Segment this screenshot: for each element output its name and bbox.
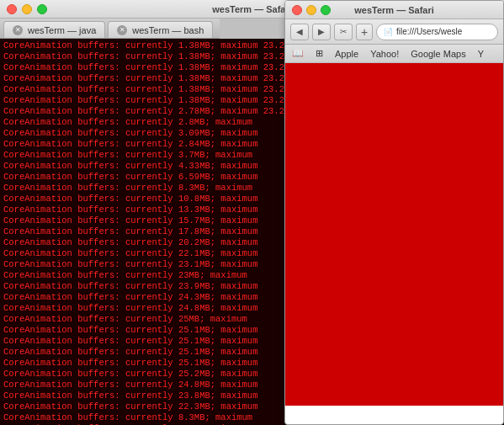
safari-window-title: wesTerm — Safari (354, 5, 434, 15)
snip-icon: ✂ (340, 27, 347, 36)
terminal-line: CoreAnimation buffers: currently 24.3MB;… (3, 292, 287, 303)
address-text: file:///Users/wesle (396, 27, 462, 36)
plus-icon: + (361, 25, 368, 39)
terminal-line: CoreAnimation buffers: currently 22.3MB;… (3, 401, 287, 412)
terminal-line: CoreAnimation buffers: currently 24.8MB;… (3, 303, 287, 314)
tab-bash[interactable]: ✕ wesTerm — bash (108, 21, 213, 38)
terminal-line: CoreAnimation buffers: currently 8.3MB; … (3, 412, 287, 423)
terminal-line: CoreAnimation buffers: currently 8.3MB; … (3, 183, 287, 194)
terminal-line: CoreAnimation buffers: currently 15.7MB;… (3, 215, 287, 226)
terminal-content: CoreAnimation buffers: currently 1.38MB;… (0, 39, 290, 425)
terminal-line: CoreAnimation buffers: currently 2.78MB;… (3, 106, 287, 117)
terminal-line: CoreAnimation buffers: currently 20.2MB;… (3, 237, 287, 248)
terminal-line: CoreAnimation buffers: currently 13.3MB;… (3, 205, 287, 215)
terminal-line: CoreAnimation buffers: currently 1.38MB;… (3, 51, 287, 62)
tab-label-bash: wesTerm — bash (132, 25, 204, 35)
address-icon: 📄 (384, 28, 393, 36)
terminal-line: CoreAnimation buffers: currently 1.38MB;… (3, 73, 287, 84)
terminal-line: CoreAnimation buffers: currently 23.8MB;… (3, 390, 287, 401)
maximize-button[interactable] (37, 4, 47, 14)
terminal-line: CoreAnimation buffers: currently 3.7MB; … (3, 150, 287, 161)
terminal-line: CoreAnimation buffers: currently 6.59MB;… (3, 172, 287, 183)
address-bar[interactable]: 📄 file:///Users/wesle (376, 24, 498, 40)
safari-window: wesTerm — Safari ◀ ▶ ✂ + 📄 file:///Users… (284, 0, 504, 425)
terminal-line: CoreAnimation buffers: currently 25.1MB;… (3, 336, 287, 347)
terminal-line: CoreAnimation buffers: currently 25.1MB;… (3, 325, 287, 336)
back-button[interactable]: ◀ (290, 24, 309, 40)
tab-close-bash[interactable]: ✕ (117, 25, 127, 35)
safari-toolbar: ◀ ▶ ✂ + 📄 file:///Users/wesle (285, 19, 503, 45)
forward-icon: ▶ (318, 27, 325, 36)
terminal-line: CoreAnimation buffers: currently 1.38MB;… (3, 95, 287, 106)
back-icon: ◀ (296, 27, 303, 36)
terminal-line: CoreAnimation buffers: currently 2.8MB; … (3, 117, 287, 128)
tab-java[interactable]: ✕ wesTerm — java (3, 21, 105, 38)
terminal-line: CoreAnimation buffers: currently 22.1MB;… (3, 248, 287, 259)
forward-button[interactable]: ▶ (312, 24, 331, 40)
tab-close-java[interactable]: ✕ (13, 25, 23, 35)
terminal-line: CoreAnimation buffers: currently 4.33MB;… (3, 161, 287, 172)
tab-label-java: wesTerm — java (28, 25, 96, 35)
terminal-line: CoreAnimation buffers: currently 23MB; m… (3, 270, 287, 281)
minimize-button[interactable] (22, 4, 32, 14)
safari-maximize-button[interactable] (321, 5, 331, 15)
bookmark-apple[interactable]: Apple (335, 49, 358, 59)
terminal-line: CoreAnimation buffers: currently 25.1MB;… (3, 347, 287, 358)
terminal-line: CoreAnimation buffers: currently 1.38MB;… (3, 62, 287, 73)
bookmarks-bar: 📖 ⊞ Apple Yahoo! Google Maps Y (285, 45, 503, 63)
terminal-line: CoreAnimation buffers: currently 24.8MB;… (3, 380, 287, 390)
window-title: wesTerm — Safari (212, 4, 292, 14)
traffic-lights (7, 4, 47, 14)
terminal-line: CoreAnimation buffers: currently 3.09MB;… (3, 128, 287, 139)
terminal-line: CoreAnimation buffers: currently 23.9MB;… (3, 281, 287, 292)
terminal-line: CoreAnimation buffers: currently 25.1MB;… (3, 358, 287, 369)
terminal-line: CoreAnimation buffers: currently 1.38MB;… (3, 84, 287, 95)
new-tab-button[interactable]: + (356, 24, 373, 40)
terminal-line: CoreAnimation buffers: currently 1.38MB;… (3, 40, 287, 51)
safari-traffic-lights (292, 5, 331, 15)
safari-close-button[interactable] (292, 5, 302, 15)
terminal-line: CoreAnimation buffers: currently 25.2MB;… (3, 369, 287, 380)
snip-button[interactable]: ✂ (334, 24, 353, 40)
terminal-line: CoreAnimation buffers: currently 17.8MB;… (3, 226, 287, 237)
safari-titlebar: wesTerm — Safari (285, 1, 503, 19)
terminal-pane: CoreAnimation buffers: currently 1.38MB;… (0, 39, 290, 425)
terminal-line: CoreAnimation buffers: currently 23.1MB;… (3, 259, 287, 270)
bookmarks-icon: 📖 (292, 48, 304, 59)
bookmark-google-maps[interactable]: Google Maps (411, 49, 465, 59)
safari-minimize-button[interactable] (306, 5, 316, 15)
safari-page-content (285, 63, 503, 406)
grid-icon: ⊞ (316, 48, 323, 59)
terminal-line: CoreAnimation buffers: currently 2.84MB;… (3, 139, 287, 150)
bookmark-y[interactable]: Y (478, 49, 484, 59)
close-button[interactable] (7, 4, 17, 14)
terminal-line: CoreAnimation buffers: currently 25MB; m… (3, 314, 287, 325)
bookmark-yahoo[interactable]: Yahoo! (370, 49, 399, 59)
tab-bar: ✕ wesTerm — java ✕ wesTerm — bash (0, 19, 220, 39)
terminal-line: CoreAnimation buffers: currently 10.8MB;… (3, 194, 287, 205)
